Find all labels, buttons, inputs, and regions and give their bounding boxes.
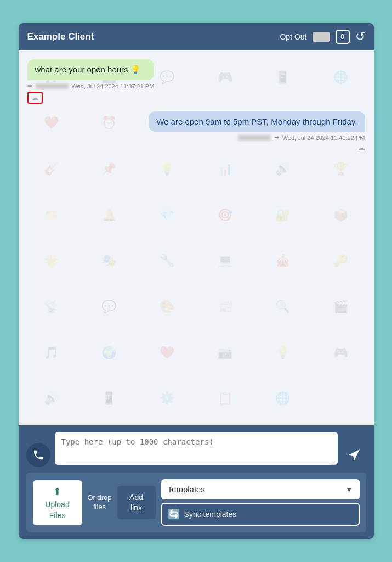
bg-icon: 🎵	[23, 330, 80, 375]
message-list: what are your open hours 💡 ➡ Wed, Jul 24…	[19, 50, 374, 161]
message-bubble-outgoing-1: We are open 9am to 5pm PST, Monday throu…	[149, 111, 365, 132]
or-drop-text: Or drop files	[88, 493, 112, 512]
add-link-button[interactable]: Add link	[117, 486, 156, 519]
bg-icon: 🎨	[139, 284, 196, 329]
bg-icon: 📰	[196, 284, 253, 329]
templates-label: Templates	[168, 485, 205, 494]
phone-icon	[32, 449, 44, 461]
message-direction-icon-out: ➡	[274, 134, 279, 141]
message-text-2: We are open 9am to 5pm PST, Monday throu…	[156, 117, 357, 126]
app-frame: Example Client Opt Out 0 ↺ 🎵📷💬🎮📱🌐❤️⏰📋✉️🔖…	[13, 18, 379, 544]
message-incoming-1: what are your open hours 💡 ➡ Wed, Jul 24…	[27, 59, 155, 104]
bg-icon: 🌟	[23, 239, 80, 284]
bg-icon: 🎬	[313, 284, 370, 329]
bg-icon: 📡	[23, 284, 80, 329]
bg-icon: ⚙️	[139, 376, 196, 421]
templates-section: Templates ▼ 🔄 Sync templates	[161, 479, 360, 526]
sync-templates-button[interactable]: 🔄 Sync templates	[161, 503, 360, 526]
message-timestamp-1: Wed, Jul 24 2024 11:37:21 PM	[72, 83, 155, 89]
bg-icon: 💬	[81, 284, 138, 329]
sync-icon: 🔄	[168, 508, 180, 520]
sender-name-blur	[36, 83, 69, 89]
message-text-1: what are your open hours 💡	[35, 65, 141, 74]
bg-icon: 🎪	[254, 239, 311, 284]
upload-label: Upload	[45, 500, 69, 509]
bg-icon: 💡	[254, 330, 311, 375]
cloud-icon-out: ☁	[357, 143, 365, 152]
header-controls: Opt Out 0 ↺	[280, 30, 365, 44]
bg-icon: 🔔	[81, 193, 138, 238]
message-meta-1: ➡ Wed, Jul 24 2024 11:37:21 PM	[27, 82, 155, 89]
add-link-line1: Add	[129, 493, 143, 502]
chevron-down-icon: ▼	[345, 485, 353, 494]
bg-icon: 🎯	[196, 193, 253, 238]
cloud-icon: ☁	[31, 93, 39, 102]
bg-icon: 🌐	[254, 376, 311, 421]
bg-icon: 💻	[196, 239, 253, 284]
bg-icon: 🔍	[254, 284, 311, 329]
bg-icon: 🔐	[254, 193, 311, 238]
message-timestamp-2: Wed, Jul 24 2024 11:40:22 PM	[282, 134, 365, 141]
opt-out-label: Opt Out	[280, 32, 306, 41]
bg-icon: 📦	[313, 193, 370, 238]
phone-icon-button[interactable]	[26, 443, 50, 467]
message-input[interactable]	[55, 432, 338, 465]
send-button[interactable]	[342, 443, 366, 467]
message-meta-out-1: ➡ Wed, Jul 24 2024 11:40:22 PM	[149, 134, 365, 141]
sender-name-blur-out	[238, 135, 271, 140]
message-outgoing-1: We are open 9am to 5pm PST, Monday throu…	[149, 111, 365, 152]
message-bubble-incoming-1: what are your open hours 💡	[27, 59, 155, 80]
sync-label: Sync templates	[184, 510, 237, 519]
files-label: Files	[49, 511, 66, 520]
chat-footer: ⊿ ⬆ Upload Files Or drop files	[19, 425, 374, 539]
bg-icon: 🔧	[139, 239, 196, 284]
upload-files-button[interactable]: ⬆ Upload Files	[33, 480, 82, 525]
or-drop-line2: files	[93, 503, 106, 511]
bg-icon: 📋	[196, 376, 253, 421]
or-drop-line1: Or drop	[88, 493, 112, 502]
chat-header: Example Client Opt Out 0 ↺	[19, 23, 374, 50]
bg-icon: 🎭	[81, 239, 138, 284]
send-icon	[348, 448, 361, 462]
templates-dropdown-button[interactable]: Templates ▼	[161, 479, 360, 499]
bg-icon: 🎮	[313, 330, 370, 375]
add-link-line2: link	[130, 503, 142, 512]
chat-body: 🎵📷💬🎮📱🌐❤️⏰📋✉️🔖⚙️🎸📌💡📊🔊🏆📁🔔💎🎯🔐📦🌟🎭🔧💻🎪🔑📡💬🎨📰🔍🎬🎵…	[19, 50, 374, 425]
message-direction-icon: ➡	[27, 82, 32, 89]
bg-icon: 💎	[139, 193, 196, 238]
action-row: ⬆ Upload Files Or drop files Add link Te…	[26, 473, 366, 532]
bg-icon: 📁	[23, 193, 80, 238]
input-row: ⊿	[26, 432, 366, 467]
chat-title: Example Client	[27, 31, 94, 42]
resize-handle: ⊿	[331, 460, 336, 465]
bg-icon: 📷	[196, 330, 253, 375]
bg-icon: 📱	[81, 376, 138, 421]
message-status-icon-1: ☁	[27, 92, 43, 104]
chat-window: Example Client Opt Out 0 ↺ 🎵📷💬🎮📱🌐❤️⏰📋✉️🔖…	[19, 23, 374, 539]
message-badge: 0	[336, 30, 350, 44]
text-input-wrapper: ⊿	[55, 432, 338, 467]
bg-icon: ❤️	[139, 330, 196, 375]
upload-icon: ⬆	[53, 486, 61, 498]
bg-icon: 🌍	[81, 330, 138, 375]
message-status-cloud-out: ☁	[149, 143, 365, 152]
bg-icon: 🔑	[313, 239, 370, 284]
refresh-button[interactable]: ↺	[355, 31, 365, 43]
bg-icon: 🔊	[23, 376, 80, 421]
opt-out-toggle[interactable]	[313, 32, 330, 42]
